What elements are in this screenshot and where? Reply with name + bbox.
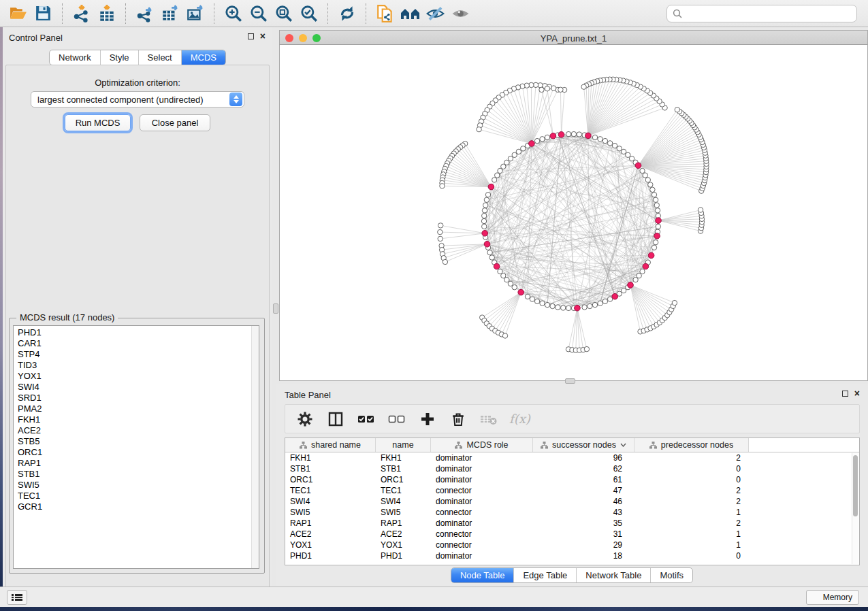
cell-name: STB1 (376, 463, 431, 474)
horizontal-splitter-grip[interactable] (565, 378, 575, 384)
tab-node-table[interactable]: Node Table (451, 568, 514, 582)
network-window-titlebar[interactable]: YPA_prune.txt_1 (279, 30, 868, 45)
zoom-selected-icon[interactable] (296, 2, 321, 25)
first-neighbors-icon[interactable] (398, 2, 423, 25)
scrollbar-thumb[interactable] (853, 455, 858, 516)
column-header-MCDS-role[interactable]: MCDS role (431, 438, 533, 452)
delete-column-icon[interactable] (448, 409, 468, 429)
deselect-all-icon[interactable] (387, 409, 407, 429)
network-share-file-icon[interactable] (372, 2, 398, 25)
result-node-item[interactable]: CAR1 (14, 338, 251, 349)
close-panel-icon[interactable]: × (854, 390, 860, 397)
cell-filler (749, 540, 859, 550)
column-header-name[interactable]: name (376, 438, 431, 452)
result-node-item[interactable]: TEC1 (14, 491, 251, 501)
selected-option-label: largest connected component (undirected) (31, 95, 229, 105)
cell-successor-nodes: 46 (533, 496, 634, 507)
column-tree-icon (300, 442, 307, 449)
open-file-icon[interactable] (5, 2, 31, 25)
result-node-item[interactable]: GCR1 (14, 501, 251, 512)
column-header-predecessor-nodes[interactable]: predecessor nodes (634, 438, 749, 452)
run-mcds-button[interactable]: Run MCDS (65, 114, 131, 131)
table-row[interactable]: TEC1TEC1connector472 (285, 485, 859, 496)
memory-button[interactable]: Memory (806, 590, 859, 605)
cell-successor-nodes: 43 (533, 507, 634, 518)
result-node-item[interactable]: YOX1 (14, 371, 251, 382)
zoom-in-icon[interactable] (221, 2, 246, 25)
result-list-scrollbar[interactable] (251, 326, 259, 568)
export-image-icon[interactable] (182, 2, 208, 25)
select-all-icon[interactable] (356, 409, 376, 429)
tab-select[interactable]: Select (138, 50, 181, 65)
result-node-item[interactable]: STB1 (14, 469, 251, 480)
table-scrollbar[interactable] (852, 453, 858, 564)
result-node-item[interactable]: FKH1 (14, 414, 251, 425)
close-panel-button[interactable]: Close panel (140, 114, 210, 131)
table-row[interactable]: STB1STB1dominator620 (285, 463, 859, 474)
table-row[interactable]: YOX1YOX1connector291 (285, 540, 859, 550)
column-header-successor-nodes[interactable]: successor nodes (533, 438, 634, 452)
task-history-button[interactable] (7, 590, 27, 605)
result-node-item[interactable]: RAP1 (14, 458, 251, 469)
result-node-item[interactable]: TID3 (14, 360, 251, 371)
table-row[interactable]: RAP1RAP1dominator352 (285, 518, 859, 529)
format-columns-icon[interactable] (325, 409, 346, 429)
table-mode-gear-icon[interactable] (295, 409, 315, 429)
result-node-item[interactable]: SWI5 (14, 480, 251, 491)
show-all-icon[interactable] (448, 2, 473, 25)
fit-content-icon[interactable] (271, 2, 296, 25)
tab-motifs[interactable]: Motifs (650, 568, 692, 582)
mcds-result-list[interactable]: PHD1CAR1STP4TID3YOX1SWI4SRD1PMA2FKH1ACE2… (13, 325, 259, 569)
task-list-icon (12, 593, 22, 601)
float-panel-icon[interactable] (248, 33, 254, 39)
mcds-result-group: MCDS result (17 nodes) PHD1CAR1STP4TID3Y… (9, 318, 265, 574)
close-panel-icon[interactable]: × (260, 33, 266, 39)
result-node-item[interactable]: SRD1 (14, 393, 251, 403)
refresh-view-icon[interactable] (334, 2, 359, 25)
export-network-icon[interactable] (132, 2, 157, 25)
optimization-criterion-select[interactable]: largest connected component (undirected) (31, 91, 244, 108)
import-network-icon[interactable] (69, 2, 94, 25)
network-canvas[interactable] (279, 45, 868, 381)
import-table-icon[interactable] (94, 2, 119, 25)
zoom-out-icon[interactable] (246, 2, 271, 25)
cell-MCDS-role: connector (431, 485, 533, 496)
cell-name: SWI4 (376, 496, 431, 507)
column-tree-icon (455, 442, 462, 449)
tab-network[interactable]: Network (50, 50, 100, 65)
splitter-grip[interactable] (273, 303, 278, 314)
table-row[interactable]: SWI4SWI4dominator462 (285, 496, 859, 507)
cell-name: TEC1 (376, 485, 431, 496)
table-row[interactable]: SWI5SWI5connector431 (285, 507, 859, 518)
result-node-item[interactable]: ACE2 (14, 425, 251, 436)
delete-table-icon[interactable] (479, 409, 499, 429)
column-header-shared-name[interactable]: shared name (285, 438, 376, 452)
save-session-icon[interactable] (31, 2, 56, 25)
table-row[interactable]: ORC1ORC1dominator610 (285, 474, 859, 485)
result-node-item[interactable]: PHD1 (14, 327, 251, 338)
result-node-item[interactable]: PMA2 (14, 403, 251, 414)
add-column-icon[interactable] (417, 409, 438, 429)
tab-style[interactable]: Style (100, 50, 138, 65)
tab-mcds[interactable]: MCDS (181, 50, 225, 65)
result-node-item[interactable]: STB5 (14, 436, 251, 447)
export-table-icon[interactable] (157, 2, 182, 25)
table-row[interactable]: FKH1FKH1dominator962 (285, 452, 859, 463)
tab-edge-table[interactable]: Edge Table (513, 568, 576, 582)
network-graph[interactable] (280, 45, 867, 380)
cell-predecessor-nodes: 1 (634, 540, 749, 550)
desktop-wallpaper-sliver (0, 607, 868, 611)
table-row[interactable]: ACE2ACE2connector311 (285, 529, 859, 540)
search-input[interactable] (686, 9, 856, 19)
result-node-item[interactable]: SWI4 (14, 382, 251, 393)
hide-selected-icon[interactable] (423, 2, 448, 25)
table-row[interactable]: PHD1PHD1dominator180 (285, 550, 859, 561)
float-panel-icon[interactable] (842, 391, 848, 397)
result-node-item[interactable]: STP4 (14, 349, 251, 360)
search-field[interactable] (666, 5, 857, 22)
cell-filler (749, 463, 859, 474)
cell-shared-name: ORC1 (285, 474, 376, 485)
result-node-item[interactable]: ORC1 (14, 447, 251, 458)
cell-successor-nodes: 62 (533, 463, 634, 474)
tab-network-table[interactable]: Network Table (576, 568, 650, 582)
